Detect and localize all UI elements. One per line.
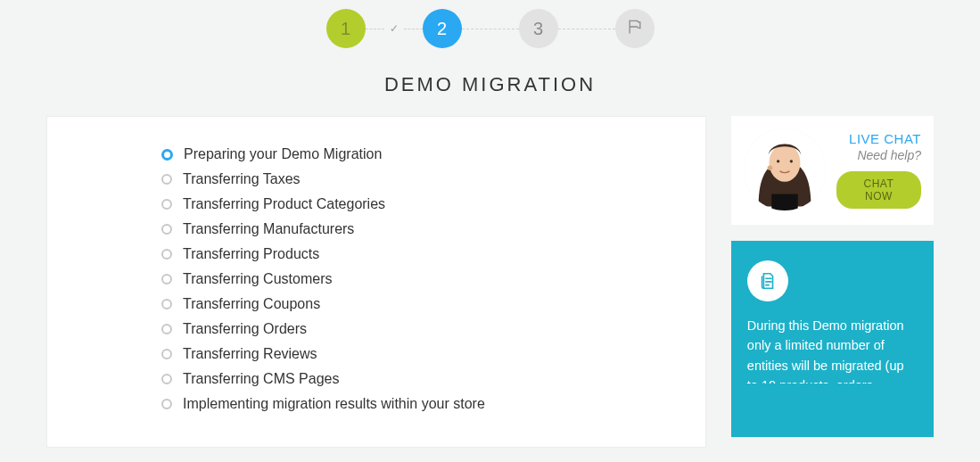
page-title: DEMO MIGRATION: [0, 73, 980, 96]
stepper: 1 ✓ 2 3: [0, 0, 980, 48]
progress-item-label: Transferring Coupons: [183, 292, 320, 317]
progress-item: Implementing migration results within yo…: [161, 392, 680, 417]
check-icon: ✓: [390, 22, 399, 35]
svg-point-5: [790, 160, 793, 162]
progress-item: Transferring Customers: [161, 267, 680, 292]
live-chat-subtitle: Need help?: [836, 148, 921, 162]
step-2-label: 2: [437, 19, 447, 39]
svg-point-3: [768, 165, 773, 170]
progress-circle-icon: [161, 224, 172, 235]
progress-circle-icon: [161, 274, 172, 285]
step-1[interactable]: 1: [326, 9, 366, 48]
progress-item: Transferring CMS Pages: [161, 367, 680, 392]
live-chat-title: LIVE CHAT: [836, 131, 921, 146]
progress-circle-icon: [161, 299, 172, 309]
step-final[interactable]: [615, 9, 655, 48]
info-card: During this Demo migration only a limite…: [731, 241, 934, 437]
progress-item-label: Transferring Taxes: [183, 167, 301, 192]
flag-icon: [626, 18, 644, 40]
step-3[interactable]: 3: [519, 9, 558, 48]
progress-item-label: Transferring Products: [183, 242, 319, 267]
progress-item-label: Transferring Customers: [183, 267, 332, 292]
svg-point-1: [769, 144, 800, 181]
stepper-connector-1: ✓: [366, 22, 423, 35]
document-icon: [747, 260, 788, 301]
step-1-label: 1: [341, 19, 350, 39]
progress-item: Transferring Orders: [161, 317, 680, 342]
progress-circle-icon: [161, 249, 172, 260]
progress-item: Transferring Products: [161, 242, 680, 267]
live-chat-card: LIVE CHAT Need help? CHAT NOW: [731, 116, 934, 225]
progress-circle-icon: [161, 199, 172, 210]
stepper-connector-2: [462, 29, 519, 29]
progress-circle-icon: [161, 324, 172, 334]
progress-circle-icon: [161, 149, 173, 161]
progress-item-label: Transferring Manufacturers: [183, 217, 354, 242]
progress-item-label: Transferring Reviews: [183, 342, 317, 367]
progress-item: Transferring Taxes: [161, 167, 680, 192]
info-text: During this Demo migration only a limite…: [747, 318, 904, 413]
svg-point-4: [777, 160, 779, 162]
progress-item: Transferring Coupons: [161, 292, 680, 317]
progress-circle-icon: [161, 349, 172, 359]
progress-item: Transferring Reviews: [161, 342, 680, 367]
chat-now-button[interactable]: CHAT NOW: [836, 171, 921, 209]
progress-item: Transferring Product Categories: [161, 192, 680, 217]
step-2[interactable]: 2: [423, 9, 462, 48]
step-3-label: 3: [533, 19, 543, 39]
progress-list: Preparing your Demo Migration Transferri…: [161, 142, 680, 417]
svg-rect-2: [771, 194, 797, 210]
stepper-connector-3: [558, 29, 615, 29]
progress-item-label: Transferring Orders: [183, 317, 307, 342]
migration-progress-panel: Preparing your Demo Migration Transferri…: [46, 116, 706, 448]
progress-item-label: Transferring Product Categories: [183, 192, 385, 217]
progress-circle-icon: [161, 374, 172, 384]
progress-item: Transferring Manufacturers: [161, 217, 680, 242]
progress-circle-icon: [161, 399, 172, 409]
progress-item-label: Transferring CMS Pages: [183, 367, 339, 392]
progress-circle-icon: [161, 174, 172, 185]
progress-item-label: Preparing your Demo Migration: [184, 142, 382, 167]
sidebar: LIVE CHAT Need help? CHAT NOW During thi…: [731, 116, 934, 437]
progress-item-label: Implementing migration results within yo…: [183, 392, 485, 417]
support-avatar: [744, 128, 826, 210]
progress-item: Preparing your Demo Migration: [161, 142, 680, 167]
